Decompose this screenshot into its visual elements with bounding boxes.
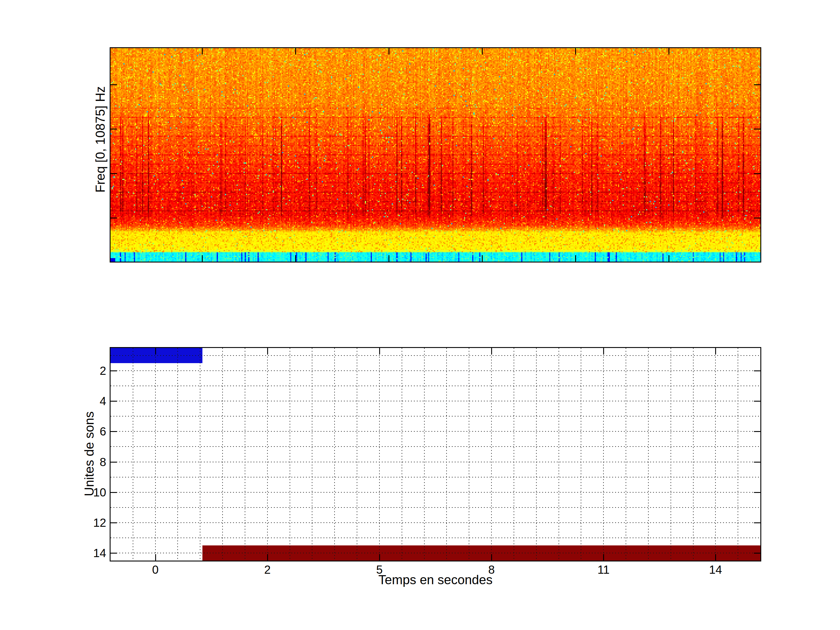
grid-line-horizontal <box>111 355 760 356</box>
tick-mark <box>267 554 268 561</box>
tick-mark <box>754 492 760 493</box>
bar-ylabel: Unites de sons <box>83 366 96 542</box>
grid-line-horizontal <box>111 538 760 538</box>
grid-line-vertical <box>625 348 626 561</box>
grid-line-horizontal <box>111 401 760 401</box>
tick-mark <box>754 218 760 218</box>
grid-line-vertical <box>671 348 671 561</box>
grid-line-vertical <box>155 348 156 561</box>
grid-line-vertical <box>424 348 425 561</box>
tick-mark <box>715 554 716 561</box>
x-tick-label: 0 <box>132 564 179 576</box>
grid-line-horizontal <box>111 477 760 477</box>
y-tick-label: 4 <box>71 395 106 407</box>
grid-line-horizontal <box>111 492 760 493</box>
tick-mark <box>754 370 760 371</box>
grid-line-horizontal <box>111 446 760 447</box>
tick-mark <box>575 255 576 262</box>
grid-line-vertical <box>491 348 492 561</box>
x-tick-label: 8 <box>468 564 515 576</box>
tick-mark <box>111 370 117 371</box>
tick-mark <box>111 173 117 174</box>
spectrogram-heatmap <box>111 48 760 262</box>
tick-mark <box>482 48 483 55</box>
grid-line-horizontal <box>111 523 760 523</box>
tick-mark <box>111 553 117 554</box>
tick-mark <box>155 554 156 561</box>
tick-mark <box>491 554 492 561</box>
grid-line-vertical <box>222 348 223 561</box>
tick-mark <box>715 348 716 354</box>
tick-mark <box>388 255 389 262</box>
tick-mark <box>295 48 296 55</box>
grid-line-vertical <box>177 348 178 561</box>
y-tick-label: 2 <box>71 365 106 377</box>
grid-line-horizontal <box>111 462 760 462</box>
grid-line-vertical <box>133 348 133 561</box>
bar-axes-border <box>110 347 761 562</box>
y-tick-label: 8 <box>71 456 106 468</box>
tick-mark <box>668 255 669 262</box>
grid-line-horizontal <box>111 553 760 553</box>
tick-mark <box>603 554 604 561</box>
tick-mark <box>111 523 117 523</box>
tick-mark <box>111 431 117 432</box>
y-tick-label: 14 <box>71 547 106 559</box>
grid-line-vertical <box>737 348 738 561</box>
grid-line-vertical <box>245 348 245 561</box>
grid-line-horizontal <box>111 370 760 371</box>
tick-mark <box>379 554 380 561</box>
grid-line-vertical <box>402 348 402 561</box>
tick-mark <box>754 84 760 85</box>
tick-mark <box>754 401 760 402</box>
grid-line-vertical <box>559 348 559 561</box>
grid-line-vertical <box>514 348 514 561</box>
tick-mark <box>754 173 760 174</box>
grid-line-horizontal <box>111 416 760 417</box>
grid-line-vertical <box>715 348 716 561</box>
grid-line-vertical <box>267 348 268 561</box>
y-tick-label: 12 <box>71 517 106 529</box>
matlab-figure: Freq [0, 10875] Hz Unites de sons Temps … <box>0 0 840 630</box>
spectrogram-plot <box>110 47 761 262</box>
grid-line-vertical <box>357 348 357 561</box>
tick-mark <box>111 401 117 402</box>
bar-xlabel: Temps en secondes <box>319 573 552 587</box>
grid-line-vertical <box>334 348 335 561</box>
y-tick-label: 10 <box>71 486 106 499</box>
grid-line-vertical <box>290 348 290 561</box>
grid-line-vertical <box>469 348 469 561</box>
grid-line-vertical <box>312 348 313 561</box>
grid-line-vertical <box>379 348 380 561</box>
tick-mark <box>754 462 760 463</box>
grid-line-vertical <box>446 348 447 561</box>
x-tick-label: 2 <box>244 564 291 576</box>
sound-units-bar-plot <box>110 347 761 562</box>
tick-mark <box>388 48 389 55</box>
tick-mark <box>754 553 760 554</box>
tick-mark <box>603 348 604 354</box>
tick-mark <box>202 48 203 55</box>
tick-mark <box>491 348 492 354</box>
grid-line-vertical <box>200 348 201 561</box>
x-tick-label: 5 <box>356 564 403 576</box>
grid-line-horizontal <box>111 431 760 432</box>
grid-line-vertical <box>648 348 649 561</box>
tick-mark <box>111 218 117 218</box>
grid-line-vertical <box>536 348 537 561</box>
spectrogram-ylabel: Freq [0, 10875] Hz <box>94 52 107 227</box>
tick-mark <box>111 129 117 129</box>
tick-mark <box>111 462 117 463</box>
grid-line-vertical <box>581 348 581 561</box>
grid-line-horizontal <box>111 385 760 386</box>
tick-mark <box>155 348 156 354</box>
grid-line-horizontal <box>111 507 760 508</box>
tick-mark <box>111 84 117 85</box>
tick-mark <box>754 431 760 432</box>
tick-mark <box>379 348 380 354</box>
tick-mark <box>267 348 268 354</box>
x-tick-label: 11 <box>580 564 627 576</box>
tick-mark <box>295 255 296 262</box>
y-tick-label: 6 <box>71 426 106 438</box>
tick-mark <box>754 129 760 129</box>
